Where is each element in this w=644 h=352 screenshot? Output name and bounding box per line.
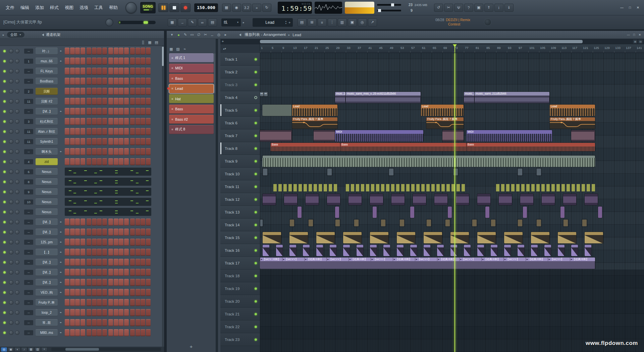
step-jump-icon[interactable]: →	[178, 18, 187, 26]
step-cell[interactable]	[70, 118, 75, 125]
step-cell[interactable]	[130, 148, 135, 155]
volume-knob[interactable]	[15, 320, 19, 325]
clip-ptall[interactable]	[485, 207, 489, 218]
clip-ptri[interactable]	[477, 245, 484, 256]
step-cell[interactable]	[108, 309, 113, 316]
mixer-track-number[interactable]: --	[24, 210, 33, 215]
step-cell[interactable]	[65, 309, 69, 316]
step-cell[interactable]	[75, 98, 80, 105]
step-cell[interactable]	[108, 329, 113, 336]
step-cell[interactable]	[124, 259, 129, 266]
step-cell[interactable]	[65, 48, 69, 55]
mixer-track-number[interactable]: --	[24, 79, 33, 84]
clip-ptall[interactable]	[298, 207, 302, 218]
step-cell[interactable]	[124, 279, 129, 286]
link-icon[interactable]: ∞	[198, 18, 207, 26]
track-header[interactable]: Track 17	[220, 257, 260, 270]
clip-audio[interactable]: music_sami..211d52b66	[475, 92, 549, 103]
spinner-icon[interactable]: ▴▾	[285, 20, 286, 24]
cpu-slider[interactable]	[377, 10, 401, 11]
clip-ptall[interactable]	[448, 207, 452, 218]
track-led[interactable]	[255, 249, 257, 251]
clip-ptri[interactable]	[357, 245, 363, 256]
step-cell[interactable]	[146, 68, 151, 75]
clip-tan[interactable]	[397, 232, 415, 243]
typing-keyboard-icon[interactable]: ▦	[222, 4, 231, 12]
step-cell[interactable]	[75, 58, 80, 65]
step-cell[interactable]	[136, 299, 140, 306]
step-cell[interactable]	[70, 269, 75, 276]
step-cell[interactable]	[119, 128, 123, 135]
step-cell[interactable]	[80, 279, 85, 286]
step-cell[interactable]	[65, 118, 69, 125]
step-cell[interactable]	[70, 88, 75, 95]
step-cell[interactable]	[75, 249, 80, 256]
step-cell[interactable]	[130, 219, 135, 226]
step-cell[interactable]	[114, 68, 118, 75]
plus-small-icon[interactable]: +	[41, 347, 47, 352]
step-cell[interactable]	[75, 118, 80, 125]
mixer-track-number[interactable]: --	[24, 280, 33, 285]
stop-button[interactable]	[169, 3, 179, 12]
clip-darksm[interactable]	[536, 168, 541, 176]
clip-tansm[interactable]	[518, 219, 523, 227]
step-cell[interactable]	[97, 289, 102, 296]
help-icon[interactable]: ?	[464, 4, 473, 12]
step-cell[interactable]	[146, 299, 151, 306]
mixer-track-number[interactable]: --	[24, 270, 33, 275]
step-cell[interactable]	[87, 138, 91, 145]
volume-knob[interactable]	[15, 220, 19, 224]
channel-mute-led[interactable]	[3, 151, 6, 153]
step-cell[interactable]	[102, 279, 107, 286]
clip-ptri[interactable]	[316, 245, 323, 256]
step-cell[interactable]	[70, 219, 75, 226]
clip-pwave[interactable]	[327, 194, 340, 205]
step-cell[interactable]	[102, 108, 107, 115]
clip-audio[interactable]: music_sami..8211d52b66	[464, 92, 474, 103]
step-cell[interactable]	[97, 108, 102, 115]
track-led[interactable]	[255, 326, 257, 328]
step-cell[interactable]	[130, 289, 135, 296]
scrollbar-thumb[interactable]	[65, 348, 99, 351]
add-pattern-button[interactable]: +	[167, 344, 216, 349]
menu-item-2[interactable]: 编辑	[17, 5, 32, 11]
step-cell[interactable]	[70, 108, 75, 115]
mixer-track-number[interactable]: 11	[24, 129, 33, 134]
step-cell[interactable]	[65, 269, 69, 276]
step-cell[interactable]	[97, 88, 102, 95]
mixer-track-number[interactable]: --	[24, 330, 33, 335]
step-cell[interactable]	[65, 239, 69, 246]
clip-darksm[interactable]	[327, 168, 332, 176]
channel-mute-led[interactable]	[3, 291, 6, 294]
scrollbar-thumb[interactable]	[260, 40, 583, 43]
channel-button[interactable]: zid	[36, 158, 58, 165]
step-cell[interactable]	[92, 269, 97, 276]
step-cell[interactable]	[119, 88, 123, 95]
chevron-right-icon[interactable]: ▸	[3, 33, 4, 37]
clip-auto[interactable]: Fruity Para..频段 7 频率	[550, 117, 595, 129]
step-cell[interactable]	[87, 68, 91, 75]
step-cell[interactable]	[75, 78, 80, 85]
step-cell[interactable]	[136, 259, 140, 266]
rack-vertical-scrollbar[interactable]	[162, 46, 164, 347]
step-cell[interactable]	[97, 249, 102, 256]
step-cell[interactable]	[65, 68, 69, 75]
grid-view-icon[interactable]: ▦	[147, 39, 153, 46]
track-led[interactable]	[255, 109, 257, 111]
step-cell[interactable]	[70, 289, 75, 296]
clip-pwave[interactable]	[499, 194, 512, 205]
polyphony-slider[interactable]	[377, 4, 401, 6]
record-button[interactable]	[180, 3, 191, 12]
step-cell[interactable]	[136, 279, 140, 286]
track-header[interactable]: Track 5	[220, 104, 260, 117]
track-led[interactable]	[255, 173, 257, 175]
playlist-horizontal-scrollbar[interactable]: + ⊞ ⊟	[220, 39, 644, 44]
step-cell[interactable]	[141, 108, 145, 115]
track-header[interactable]: Track 21	[220, 308, 260, 320]
step-cell[interactable]	[70, 299, 75, 306]
step-cell[interactable]	[65, 319, 69, 326]
hint-icon[interactable]: ▣	[8, 347, 14, 352]
app-maximize-button[interactable]: □	[627, 5, 633, 10]
channel-button[interactable]: 【M..】	[36, 229, 58, 236]
playhead-marker[interactable]	[453, 44, 457, 49]
